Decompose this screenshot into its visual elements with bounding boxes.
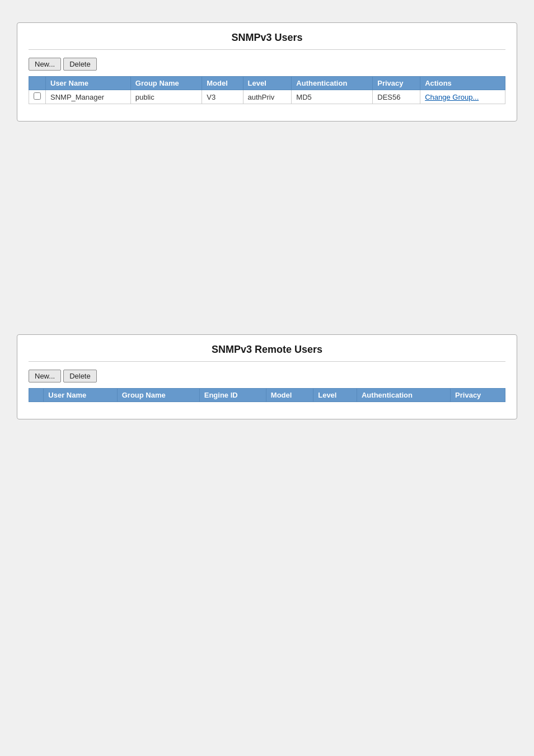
snmpv3-remote-users-new-button[interactable]: New...	[29, 370, 61, 382]
snmpv3-remote-users-panel: SNMPv3 Remote Users New... Delete User N…	[17, 334, 517, 419]
table-row: SNMP_Manager public V3 authPriv MD5 DES5…	[29, 90, 505, 104]
snmpv3-remote-users-table: User Name Group Name Engine ID Model Lev…	[29, 388, 505, 402]
snmpv3-remote-col-privacy: Privacy	[451, 389, 505, 402]
row-action[interactable]: Change Group...	[420, 90, 505, 104]
snmpv3-users-col-privacy: Privacy	[373, 77, 420, 90]
row-groupname: public	[130, 90, 202, 104]
snmpv3-remote-col-level: Level	[313, 389, 357, 402]
snmpv3-users-panel: SNMPv3 Users New... Delete User Name Gro…	[17, 22, 517, 122]
snmpv3-users-table: User Name Group Name Model Level Authent…	[29, 76, 505, 104]
row-checkbox[interactable]	[34, 92, 41, 100]
snmpv3-users-new-button[interactable]: New...	[29, 58, 61, 71]
snmpv3-users-col-groupname: Group Name	[130, 77, 202, 90]
snmpv3-users-col-checkbox	[29, 77, 46, 90]
snmpv3-remote-col-groupname: Group Name	[117, 389, 199, 402]
snmpv3-remote-users-header-row: User Name Group Name Engine ID Model Lev…	[29, 389, 505, 402]
snmpv3-users-title: SNMPv3 Users	[29, 32, 505, 50]
spacer-2	[17, 419, 517, 632]
snmpv3-users-col-actions: Actions	[420, 77, 505, 90]
snmpv3-users-col-username: User Name	[46, 77, 131, 90]
snmpv3-users-header-row: User Name Group Name Model Level Authent…	[29, 77, 505, 90]
spacer-1	[17, 122, 517, 334]
snmpv3-users-col-level: Level	[243, 77, 292, 90]
row-username: SNMP_Manager	[46, 90, 131, 104]
snmpv3-users-delete-button[interactable]: Delete	[63, 58, 97, 71]
snmpv3-remote-col-username: User Name	[44, 389, 117, 402]
snmpv3-remote-users-title: SNMPv3 Remote Users	[29, 344, 505, 362]
change-group-link[interactable]: Change Group...	[425, 93, 479, 101]
snmpv3-users-toolbar: New... Delete	[29, 58, 505, 71]
snmpv3-remote-col-checkbox	[29, 389, 44, 402]
snmpv3-remote-col-model: Model	[266, 389, 313, 402]
row-level: authPriv	[243, 90, 292, 104]
row-checkbox-cell	[29, 90, 46, 104]
snmpv3-remote-col-auth: Authentication	[357, 389, 450, 402]
snmpv3-users-col-model: Model	[202, 77, 243, 90]
snmpv3-remote-users-delete-button[interactable]: Delete	[63, 370, 97, 382]
page-container: SNMPv3 Users New... Delete User Name Gro…	[0, 0, 534, 655]
snmpv3-users-col-auth: Authentication	[292, 77, 373, 90]
row-auth: MD5	[292, 90, 373, 104]
row-privacy: DES56	[373, 90, 420, 104]
snmpv3-remote-col-engineid: Engine ID	[199, 389, 266, 402]
row-model: V3	[202, 90, 243, 104]
snmpv3-remote-users-toolbar: New... Delete	[29, 370, 505, 382]
